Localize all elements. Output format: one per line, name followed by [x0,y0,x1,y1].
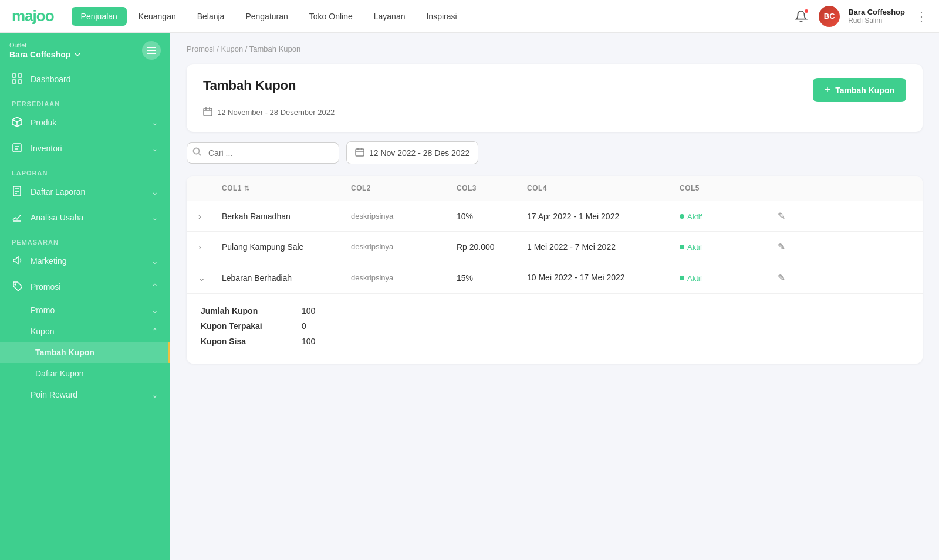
sidebar-sub-item-kupon[interactable]: Kupon ⌃ [0,321,170,342]
sidebar-sub-item-promo[interactable]: Promo ⌄ [0,300,170,321]
sidebar-sub-item-poin-reward[interactable]: Poin Reward ⌄ [0,384,170,405]
kupon-terpakai-value: 0 [302,321,306,331]
dashboard-label: Dashboard [31,74,158,84]
kupon-terpakai-label: Kupon Terpakai [201,321,295,331]
megaphone-icon [12,255,23,267]
row2-daterange: 1 Mei 2022 - 7 Mei 2022 [527,242,680,252]
kupon-sisa-label: Kupon Sisa [201,337,295,346]
row3-discount: 15% [457,273,527,283]
row3-daterange: 10 Mei 2022 - 17 Mei 2022 [527,271,680,284]
col2-header: COL2 [351,184,457,192]
row1-daterange: 17 Apr 2022 - 1 Mei 2022 [527,212,680,221]
tambah-kupon-label: Tambah Kupon [35,348,94,357]
date-filter[interactable]: 12 Nov 2022 - 28 Des 2022 [346,141,478,164]
col-expand [198,184,222,192]
breadcrumb-tambah-kupon: Tambah Kupon [249,45,300,53]
table-container: COL1 ⇅ COL2 COL3 COL4 COL5 › Berkah Rama… [187,176,923,364]
tag-icon [12,281,23,293]
chevron-down-icon: ⌄ [151,390,158,399]
search-input[interactable] [187,142,339,164]
sidebar-outlet: Outlet Bara Coffeshop [0,33,170,66]
date-range: 12 November - 28 Desember 2022 [203,107,906,118]
row2-expand[interactable]: › [198,242,222,252]
status-badge: Aktif [680,243,702,252]
sidebar-item-analisa-usaha[interactable]: Analisa Usaha ⌄ [0,205,170,230]
row2-name: Pulang Kampung Sale [222,242,351,252]
app-logo: majoo [12,7,54,25]
row1-desc: deskripsinya [351,212,457,220]
filters-row: 12 Nov 2022 - 28 Des 2022 [187,141,923,164]
shop-name: Bara Coffeshop [848,8,905,16]
svg-rect-12 [356,149,364,156]
sort-icon: ⇅ [244,185,250,192]
row3-status: Aktif [680,273,750,283]
sidebar-item-tambah-kupon[interactable]: Tambah Kupon [0,342,170,363]
col3-header: COL3 [457,184,527,192]
row3-actions: ✎ [750,272,785,283]
edit-button[interactable]: ✎ [778,241,785,252]
chevron-down-icon: ⌄ [198,273,205,283]
sidebar-item-produk[interactable]: Produk ⌄ [0,110,170,135]
row1-expand[interactable]: › [198,212,222,221]
add-kupon-button[interactable]: + Tambah Kupon [813,78,906,102]
svg-rect-3 [12,74,16,77]
svg-rect-1 [147,50,156,51]
col1-header[interactable]: COL1 ⇅ [222,184,351,192]
chart-icon [12,212,23,223]
svg-rect-4 [18,74,22,77]
sidebar-item-inventori[interactable]: Inventori ⌄ [0,135,170,161]
col5-header: COL5 [680,184,750,192]
chevron-down-icon: ⌄ [151,256,158,266]
status-dot [680,245,684,249]
outlet-name: Bara Coffeshop [9,50,81,59]
chevron-down-icon: ⌄ [151,144,158,153]
status-badge: Aktif [680,212,702,221]
chevron-down-icon: ⌄ [151,187,158,196]
more-options-button[interactable]: ⋮ [916,9,927,23]
calendar-icon [203,107,212,118]
sidebar-item-marketing[interactable]: Marketing ⌄ [0,248,170,274]
nav-toko-online[interactable]: Toko Online [300,7,362,26]
sidebar-item-daftar-laporan[interactable]: Daftar Laporan ⌄ [0,179,170,205]
nav-keuangan[interactable]: Keuangan [129,7,185,26]
row2-desc: deskripsinya [351,242,457,251]
search-icon [192,147,202,159]
main-content: Promosi / Kupon / Tambah Kupon Tambah Ku… [170,33,939,560]
promo-label: Promo [31,306,55,315]
notification-bell[interactable] [792,7,810,26]
section-laporan: LAPORAN [0,161,170,179]
daftar-kupon-label: Daftar Kupon [35,369,84,378]
sidebar-item-daftar-kupon[interactable]: Daftar Kupon [0,363,170,384]
sidebar-item-promosi[interactable]: Promosi ⌃ [0,274,170,300]
sidebar-menu-icon[interactable] [142,41,161,60]
edit-button[interactable]: ✎ [778,272,785,283]
svg-point-11 [194,148,200,154]
inventori-label: Inventori [31,144,144,153]
breadcrumb: Promosi / Kupon / Tambah Kupon [187,45,923,53]
sidebar-item-dashboard[interactable]: Dashboard [0,66,170,92]
row3-name: Lebaran Berhadiah [222,273,351,283]
nav-belanja[interactable]: Belanja [188,7,234,26]
table-header: COL1 ⇅ COL2 COL3 COL4 COL5 [187,176,923,201]
row3-expand[interactable]: ⌄ [198,273,222,283]
chevron-up-icon: ⌃ [151,327,158,336]
nav-inspirasi[interactable]: Inspirasi [417,7,466,26]
breadcrumb-kupon[interactable]: Kupon [221,45,244,53]
top-navigation: majoo Penjualan Keuangan Belanja Pengatu… [0,0,939,33]
nav-layanan[interactable]: Layanan [364,7,415,26]
date-filter-text: 12 Nov 2022 - 28 Des 2022 [369,148,470,158]
edit-button[interactable]: ✎ [778,211,785,222]
daftar-laporan-label: Daftar Laporan [31,187,144,196]
row1-actions: ✎ [750,211,785,222]
breadcrumb-promosi[interactable]: Promosi [187,45,215,53]
nav-penjualan[interactable]: Penjualan [72,7,127,26]
inventory-icon [12,142,23,154]
nav-pengaturan[interactable]: Pengaturan [236,7,297,26]
notification-dot [803,8,809,14]
section-pemasaran: PEMASARAN [0,230,170,248]
marketing-label: Marketing [31,256,144,266]
row1-name: Berkah Ramadhan [222,212,351,221]
svg-rect-0 [147,47,156,48]
poin-reward-label: Poin Reward [31,390,77,399]
plus-icon: + [825,84,831,96]
